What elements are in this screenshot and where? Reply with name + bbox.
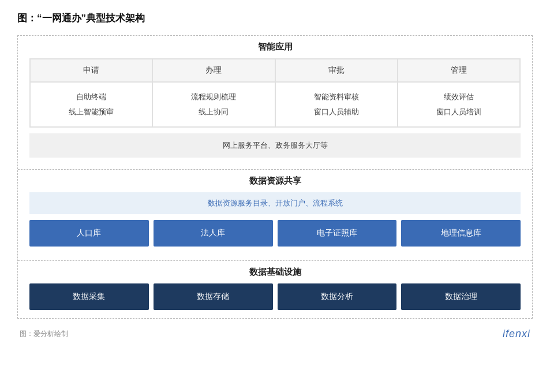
col-content-2-item-0: 智能资料审核 [279,89,394,104]
col-content-0-item-1: 线上智能预审 [33,104,149,120]
data-resource-service-row: 数据资源服务目录、开放门户、流程系统 [29,192,521,214]
main-frame: 智能应用 申请 办理 审批 管理 自助终端 线上智能预审 流程规则梳理 线上协同… [17,35,533,319]
col-content-1-item-0: 流程规则梳理 [156,89,271,104]
smart-apps-section: 智能应用 申请 办理 审批 管理 自助终端 线上智能预审 流程规则梳理 线上协同… [18,36,532,163]
col-content-1-item-1: 线上协同 [156,104,271,120]
footer: 图：爱分析绘制 ifenxi [17,328,533,340]
blue-box-1: 法人库 [154,220,273,247]
dark-blue-box-2: 数据分析 [278,283,397,310]
col-header-0: 申请 [30,59,152,82]
page-title: 图：“一网通办”典型技术架构 [17,12,533,25]
data-infra-header: 数据基础设施 [18,261,532,283]
dark-blue-grid: 数据采集 数据存储 数据分析 数据治理 [29,283,521,310]
smart-apps-header: 智能应用 [18,36,532,58]
data-blue-grid: 人口库 法人库 电子证照库 地理信息库 [29,220,521,247]
data-resource-header: 数据资源共享 [18,170,532,192]
col-header-2: 审批 [275,59,398,82]
footer-logo: ifenxi [503,328,530,340]
col-content-1: 流程规则梳理 线上协同 [152,82,275,127]
col-header-3: 管理 [398,59,520,82]
col-content-0-item-0: 自助终端 [33,89,149,104]
col-content-3-item-0: 绩效评估 [401,89,517,104]
blue-box-0: 人口库 [29,220,149,247]
col-content-0: 自助终端 线上智能预审 [30,82,152,127]
col-header-1: 办理 [152,59,275,82]
col-content-2-item-1: 窗口人员辅助 [279,104,394,120]
apps-grid: 申请 办理 审批 管理 自助终端 线上智能预审 流程规则梳理 线上协同 智能资料… [29,58,521,128]
data-infra-section: 数据基础设施 数据采集 数据存储 数据分析 数据治理 [18,260,532,318]
dark-blue-box-3: 数据治理 [401,283,521,310]
col-content-2: 智能资料审核 窗口人员辅助 [275,82,398,127]
blue-box-3: 地理信息库 [401,220,521,247]
footer-left-text: 图：爱分析绘制 [20,329,68,339]
dark-blue-box-0: 数据采集 [29,283,149,310]
col-content-3-item-1: 窗口人员培训 [401,104,517,120]
blue-box-2: 电子证照库 [278,220,397,247]
dark-blue-box-1: 数据存储 [154,283,273,310]
col-content-3: 绩效评估 窗口人员培训 [398,82,520,127]
data-resource-section: 数据资源共享 数据资源服务目录、开放门户、流程系统 人口库 法人库 电子证照库 … [18,169,532,255]
service-platform-row: 网上服务平台、政务服务大厅等 [29,133,521,158]
